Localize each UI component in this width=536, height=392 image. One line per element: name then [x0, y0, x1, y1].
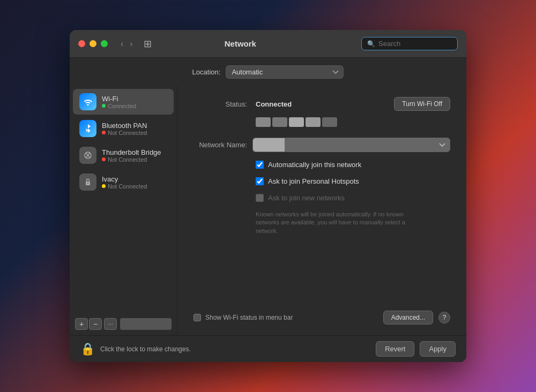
- hint-text: Known networks will be joined automatica…: [256, 210, 406, 235]
- sidebar-item-wifi[interactable]: Wi-Fi Connected: [73, 89, 174, 115]
- personal-hotspot-label: Ask to join Personal Hotspots: [268, 177, 359, 185]
- search-input[interactable]: [378, 40, 452, 48]
- show-status-checkbox[interactable]: [193, 314, 201, 321]
- remove-network-button[interactable]: −: [89, 318, 102, 330]
- svg-point-4: [87, 183, 88, 184]
- detail-panel: Status: Connected Turn Wi-Fi Off Network…: [177, 86, 466, 335]
- personal-hotspot-checkbox[interactable]: [256, 177, 264, 185]
- status-row: Status: Connected Turn Wi-Fi Off: [193, 97, 450, 111]
- sidebar-ivacy-text: Ivacy Not Connected: [102, 175, 147, 190]
- add-network-button[interactable]: +: [75, 318, 88, 330]
- signal-bar-1: [256, 117, 271, 127]
- advanced-button[interactable]: Advanced...: [383, 311, 433, 325]
- show-status-row: Show Wi-Fi status in menu bar: [193, 314, 293, 321]
- signal-bar-4: [306, 117, 321, 127]
- back-button[interactable]: ‹: [118, 38, 125, 50]
- wifi-off-button[interactable]: Turn Wi-Fi Off: [394, 97, 450, 111]
- new-networks-label: Ask to join new networks: [268, 194, 345, 202]
- ivacy-status-dot: [102, 184, 106, 188]
- footer: 🔒 Click the lock to make changes. Revert…: [70, 335, 466, 362]
- bt-status-text: Not Connected: [108, 130, 147, 136]
- signal-bars: [256, 117, 450, 127]
- thunderbolt-icon: [79, 147, 96, 164]
- sidebar-wifi-status: Connected: [102, 103, 136, 109]
- wifi-status-dot: [102, 104, 106, 108]
- wifi-icon: [79, 93, 96, 110]
- sidebar-controls: + − ⋯: [70, 315, 177, 333]
- maximize-button[interactable]: [101, 40, 108, 47]
- network-name-select[interactable]: [285, 138, 450, 152]
- lock-icon[interactable]: 🔒: [80, 342, 95, 356]
- tb-status-dot: [102, 157, 106, 161]
- sidebar-item-bluetooth[interactable]: Bluetooth PAN Not Connected: [73, 116, 174, 141]
- status-value: Connected: [256, 100, 292, 108]
- sidebar-wifi-name: Wi-Fi: [102, 95, 136, 103]
- main-window: ‹ › ⊞ Network 🔍 Location: Automatic Edit…: [70, 30, 466, 362]
- search-icon: 🔍: [367, 40, 375, 48]
- signal-bar-5: [322, 117, 337, 127]
- sidebar-bt-text: Bluetooth PAN Not Connected: [102, 122, 147, 136]
- location-select[interactable]: Automatic Edit Locations...: [226, 65, 344, 79]
- sidebar-item-thunderbolt[interactable]: Thunderbolt Bridge Not Connected: [73, 142, 174, 168]
- sidebar-item-ivacy[interactable]: Ivacy Not Connected: [73, 169, 174, 195]
- close-button[interactable]: [78, 40, 85, 47]
- ivacy-status-text: Not Connected: [108, 183, 147, 190]
- network-name-label: Network Name:: [193, 141, 247, 149]
- wifi-status-text: Connected: [108, 103, 136, 109]
- new-networks-checkbox[interactable]: [256, 194, 264, 202]
- sidebar-bt-name: Bluetooth PAN: [102, 122, 147, 130]
- sidebar-bt-status: Not Connected: [102, 130, 147, 136]
- network-name-row: Network Name:: [193, 138, 450, 152]
- sidebar-tb-name: Thunderbolt Bridge: [102, 148, 161, 156]
- main-area: Wi-Fi Connected Bluetooth PAN: [70, 86, 466, 335]
- sidebar-ivacy-name: Ivacy: [102, 175, 147, 183]
- revert-button[interactable]: Revert: [376, 341, 414, 357]
- signal-bar-3: [289, 117, 304, 127]
- personal-hotspot-row: Ask to join Personal Hotspots: [256, 177, 450, 185]
- sidebar-tb-status: Not Connected: [102, 156, 161, 163]
- auto-join-row: Automatically join this network: [256, 161, 450, 169]
- traffic-lights: [78, 40, 108, 47]
- location-bar: Location: Automatic Edit Locations...: [70, 58, 466, 86]
- apply-button[interactable]: Apply: [420, 341, 456, 357]
- bt-status-dot: [102, 131, 106, 134]
- new-networks-row: Ask to join new networks: [256, 194, 450, 202]
- location-label: Location:: [192, 68, 221, 76]
- show-status-label: Show Wi-Fi status in menu bar: [205, 314, 293, 321]
- auto-join-checkbox[interactable]: [256, 161, 264, 169]
- titlebar: ‹ › ⊞ Network 🔍: [70, 30, 466, 58]
- sidebar-tb-text: Thunderbolt Bridge Not Connected: [102, 148, 161, 163]
- sidebar-wifi-text: Wi-Fi Connected: [102, 95, 136, 109]
- lock-text: Click the lock to make changes.: [100, 345, 370, 353]
- status-label: Status:: [193, 100, 247, 108]
- network-name-input[interactable]: [252, 138, 285, 152]
- search-box: 🔍: [361, 37, 458, 50]
- minimize-button[interactable]: [90, 40, 96, 47]
- more-options-button[interactable]: ⋯: [104, 318, 117, 330]
- bluetooth-icon: [79, 120, 96, 137]
- vpn-icon: [79, 174, 96, 191]
- signal-bar-2: [272, 117, 287, 127]
- tb-status-text: Not Connected: [108, 156, 147, 163]
- window-title: Network: [126, 39, 355, 48]
- bottom-bar: Show Wi-Fi status in menu bar Advanced..…: [193, 311, 450, 325]
- sidebar: Wi-Fi Connected Bluetooth PAN: [70, 86, 177, 335]
- network-select-wrapper: [252, 138, 450, 152]
- auto-join-label: Automatically join this network: [268, 161, 361, 169]
- sidebar-ivacy-status: Not Connected: [102, 183, 147, 190]
- help-button[interactable]: ?: [438, 312, 450, 323]
